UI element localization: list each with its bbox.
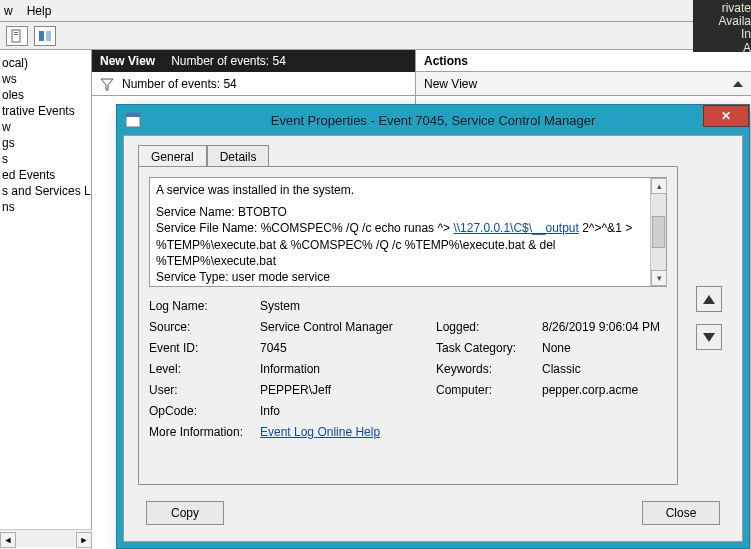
tree-item[interactable]: ed Events (2, 168, 89, 182)
tree-item[interactable]: w (2, 120, 89, 134)
svg-rect-4 (46, 31, 51, 41)
dialog-title: Event Properties - Event 7045, Service C… (271, 113, 595, 128)
desc-line: Service File Name: %COMSPEC% /Q /c echo … (156, 220, 648, 269)
panes-icon (38, 29, 52, 43)
view-header-title: New View (100, 54, 155, 68)
val-opcode: Info (260, 404, 430, 418)
toolbar-btn-2[interactable] (34, 26, 56, 46)
tab-body: A service was installed in the system. S… (138, 166, 678, 485)
service-file-link[interactable]: \\127.0.0.1\C$\__output (453, 221, 578, 235)
desc-line: Service Type: user mode service (156, 269, 648, 285)
tree-hscroll[interactable]: ◄ ► (0, 529, 92, 547)
val-event-id: 7045 (260, 341, 430, 355)
desc-line: Service Name: BTOBTO (156, 204, 648, 220)
tree-item[interactable]: s and Services Lo (2, 184, 89, 198)
val-source: Service Control Manager (260, 320, 430, 334)
actions-item-newview[interactable]: New View (416, 72, 751, 96)
tree-item[interactable]: ocal) (2, 56, 89, 70)
actions-item-label: New View (424, 77, 477, 91)
toolbar (0, 22, 751, 50)
arrow-down-icon (703, 333, 715, 342)
tree-item[interactable]: ws (2, 72, 89, 86)
prev-event-button[interactable] (696, 286, 722, 312)
val-log-name: System (260, 299, 430, 313)
lbl-opcode: OpCode: (149, 404, 254, 418)
dialog-close-x[interactable]: ✕ (703, 105, 749, 127)
view-header-count: Number of events: 54 (171, 54, 286, 68)
desc-scrollbar[interactable]: ▴ ▾ (650, 178, 666, 286)
tree-item[interactable]: oles (2, 88, 89, 102)
scroll-left-icon[interactable]: ◄ (0, 532, 16, 548)
val-task-category: None (542, 341, 667, 355)
background-console: rivate Availa In A (693, 0, 751, 52)
tree-item[interactable]: trative Events (2, 104, 89, 118)
scroll-down-icon[interactable]: ▾ (651, 270, 667, 286)
val-level: Information (260, 362, 430, 376)
lbl-keywords: Keywords: (436, 362, 536, 376)
event-description[interactable]: A service was installed in the system. S… (149, 177, 667, 287)
menu-bar: w Help (0, 0, 751, 22)
menu-help[interactable]: Help (27, 4, 52, 18)
event-fields: Log Name: System Source: Service Control… (149, 299, 667, 439)
lbl-log-name: Log Name: (149, 299, 254, 313)
dialog-titlebar[interactable]: Event Properties - Event 7045, Service C… (117, 105, 749, 135)
svg-rect-7 (126, 113, 140, 117)
filter-count: Number of events: 54 (122, 77, 237, 91)
collapse-caret-icon[interactable] (733, 81, 743, 87)
actions-header: Actions (416, 50, 751, 72)
filter-row: Number of events: 54 (92, 72, 415, 96)
copy-button[interactable]: Copy (146, 501, 224, 525)
scroll-right-icon[interactable]: ► (76, 532, 92, 548)
val-logged: 8/26/2019 9:06:04 PM (542, 320, 667, 334)
view-header: New View Number of events: 54 (92, 50, 415, 72)
page-icon (10, 29, 24, 43)
event-properties-dialog: Event Properties - Event 7045, Service C… (116, 104, 750, 549)
lbl-more-info: More Information: (149, 425, 254, 439)
svg-marker-5 (101, 79, 113, 90)
svg-rect-3 (39, 31, 44, 41)
lbl-event-id: Event ID: (149, 341, 254, 355)
svg-rect-2 (14, 34, 18, 35)
close-icon: ✕ (721, 109, 731, 123)
lbl-logged: Logged: (436, 320, 536, 334)
lbl-computer: Computer: (436, 383, 536, 397)
scroll-thumb[interactable] (652, 216, 665, 248)
next-event-button[interactable] (696, 324, 722, 350)
desc-line: Service Start Type: demand start (156, 285, 648, 287)
nav-tree[interactable]: ocal) ws oles trative Events w gs s ed E… (0, 50, 92, 549)
svg-rect-1 (14, 32, 18, 33)
toolbar-btn-1[interactable] (6, 26, 28, 46)
scroll-up-icon[interactable]: ▴ (651, 178, 667, 194)
funnel-icon[interactable] (100, 77, 114, 91)
dialog-icon (125, 112, 141, 128)
val-keywords: Classic (542, 362, 667, 376)
lbl-level: Level: (149, 362, 254, 376)
lbl-source: Source: (149, 320, 254, 334)
arrow-up-icon (703, 295, 715, 304)
tree-item[interactable]: s (2, 152, 89, 166)
lbl-user: User: (149, 383, 254, 397)
close-button[interactable]: Close (642, 501, 720, 525)
svg-rect-0 (12, 30, 20, 42)
val-computer: pepper.corp.acme (542, 383, 667, 397)
tree-item[interactable]: gs (2, 136, 89, 150)
tree-item[interactable]: ns (2, 200, 89, 214)
val-user: PEPPER\Jeff (260, 383, 430, 397)
lbl-task-category: Task Category: (436, 341, 536, 355)
desc-line: A service was installed in the system. (156, 182, 648, 198)
link-event-log-help[interactable]: Event Log Online Help (260, 425, 380, 439)
menu-view[interactable]: w (4, 4, 13, 18)
